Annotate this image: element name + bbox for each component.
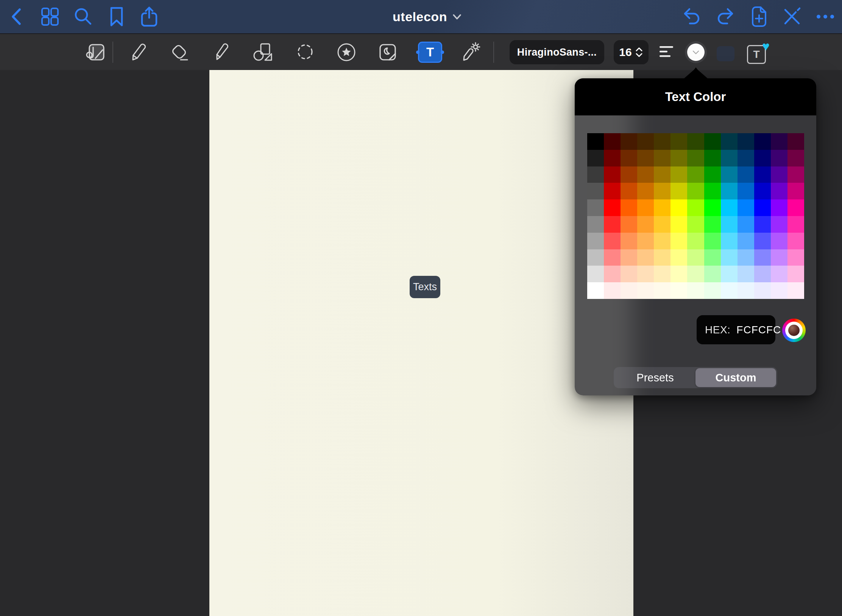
color-swatch[interactable] [687, 133, 704, 150]
color-swatch[interactable] [637, 266, 654, 282]
color-swatch[interactable] [687, 183, 704, 199]
color-swatch[interactable] [738, 233, 754, 249]
color-swatch[interactable] [654, 233, 670, 249]
color-swatch[interactable] [704, 266, 721, 282]
color-swatch[interactable] [604, 282, 621, 299]
color-swatch[interactable] [604, 249, 621, 266]
color-swatch[interactable] [621, 216, 637, 233]
color-swatch[interactable] [621, 282, 637, 299]
color-swatch[interactable] [687, 216, 704, 233]
image-tool-icon[interactable] [377, 42, 398, 62]
text-style-favorites-button[interactable]: T ♥ [746, 41, 770, 63]
color-swatch[interactable] [738, 266, 754, 282]
color-swatch[interactable] [721, 150, 738, 166]
color-swatch[interactable] [687, 282, 704, 299]
color-swatch[interactable] [637, 233, 654, 249]
color-swatch[interactable] [787, 233, 804, 249]
color-swatch[interactable] [771, 266, 787, 282]
color-swatch[interactable] [670, 266, 687, 282]
color-swatch[interactable] [687, 150, 704, 166]
color-swatch[interactable] [670, 216, 687, 233]
color-swatch[interactable] [704, 249, 721, 266]
document-page[interactable]: Texts [209, 70, 633, 616]
color-swatch[interactable] [654, 216, 670, 233]
color-swatch[interactable] [771, 166, 787, 183]
color-swatch[interactable] [621, 150, 637, 166]
color-swatch[interactable] [704, 199, 721, 216]
color-swatch[interactable] [754, 282, 771, 299]
color-swatch[interactable] [654, 199, 670, 216]
color-swatch[interactable] [654, 282, 670, 299]
color-swatch[interactable] [587, 216, 604, 233]
color-swatch[interactable] [654, 150, 670, 166]
elements-tool-icon[interactable] [336, 42, 357, 63]
color-swatch[interactable] [654, 133, 670, 150]
color-swatch[interactable] [587, 133, 604, 150]
color-swatch[interactable] [787, 216, 804, 233]
color-swatch[interactable] [787, 183, 804, 199]
color-swatch[interactable] [787, 266, 804, 282]
color-swatch[interactable] [771, 183, 787, 199]
color-swatch[interactable] [604, 266, 621, 282]
color-swatch[interactable] [721, 216, 738, 233]
color-swatch[interactable] [587, 183, 604, 199]
color-swatch[interactable] [771, 133, 787, 150]
color-swatch[interactable] [637, 150, 654, 166]
color-swatch[interactable] [637, 249, 654, 266]
color-swatch[interactable] [771, 282, 787, 299]
color-swatch[interactable] [754, 133, 771, 150]
color-swatch[interactable] [637, 133, 654, 150]
color-swatch[interactable] [604, 133, 621, 150]
color-swatch[interactable] [621, 166, 637, 183]
color-swatch[interactable] [721, 166, 738, 183]
color-swatch[interactable] [587, 282, 604, 299]
thumbnails-grid-icon[interactable] [40, 7, 60, 26]
color-swatch[interactable] [654, 166, 670, 183]
color-swatch[interactable] [637, 282, 654, 299]
color-swatch[interactable] [738, 282, 754, 299]
color-swatch[interactable] [721, 266, 738, 282]
search-icon[interactable] [73, 7, 93, 26]
document-title-menu[interactable]: utelecon [393, 9, 462, 24]
color-swatch[interactable] [670, 199, 687, 216]
color-swatch[interactable] [637, 183, 654, 199]
color-swatch[interactable] [654, 266, 670, 282]
tab-presets[interactable]: Presets [615, 368, 695, 387]
color-swatch[interactable] [721, 233, 738, 249]
color-swatch[interactable] [754, 249, 771, 266]
color-swatch[interactable] [787, 249, 804, 266]
color-swatch[interactable] [670, 150, 687, 166]
color-swatch[interactable] [704, 183, 721, 199]
color-swatch[interactable] [754, 233, 771, 249]
color-swatch[interactable] [754, 266, 771, 282]
color-swatch[interactable] [754, 216, 771, 233]
color-swatch[interactable] [670, 133, 687, 150]
color-swatch[interactable] [587, 233, 604, 249]
add-page-icon[interactable] [750, 6, 768, 28]
color-swatch[interactable] [721, 133, 738, 150]
text-align-icon[interactable] [660, 46, 675, 58]
back-icon[interactable] [10, 7, 23, 26]
color-swatch[interactable] [621, 183, 637, 199]
color-swatch[interactable] [754, 183, 771, 199]
reading-mode-icon[interactable] [85, 42, 106, 62]
color-swatch[interactable] [704, 282, 721, 299]
color-swatch[interactable] [738, 183, 754, 199]
color-swatch[interactable] [721, 282, 738, 299]
undo-icon[interactable] [682, 7, 702, 26]
color-swatch[interactable] [604, 233, 621, 249]
color-swatch[interactable] [704, 216, 721, 233]
color-swatch[interactable] [687, 199, 704, 216]
color-swatch[interactable] [687, 249, 704, 266]
color-swatch[interactable] [787, 133, 804, 150]
highlighter-tool-icon[interactable] [212, 42, 232, 62]
color-swatch[interactable] [754, 199, 771, 216]
color-swatch[interactable] [621, 233, 637, 249]
color-swatch[interactable] [687, 266, 704, 282]
color-swatch[interactable] [670, 233, 687, 249]
eraser-tool-icon[interactable] [169, 42, 190, 62]
color-swatch[interactable] [771, 216, 787, 233]
color-swatch[interactable] [771, 249, 787, 266]
color-swatch[interactable] [721, 249, 738, 266]
color-swatch[interactable] [721, 199, 738, 216]
